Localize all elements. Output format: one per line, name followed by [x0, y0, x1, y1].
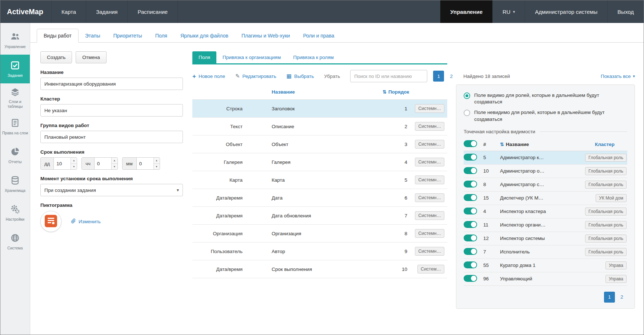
role-row[interactable]: 10 Администратор о… Глобальная роль	[464, 165, 627, 178]
field-row[interactable]: Объект Объект 3 Системн…	[192, 135, 447, 153]
cluster-input[interactable]	[40, 104, 183, 117]
top-nav-management[interactable]: Управление	[440, 0, 492, 23]
section-title-label: Точечная настройка видимости	[464, 129, 535, 134]
step-up-icon[interactable]: ▴	[154, 158, 160, 164]
settings-tab[interactable]: Этапы	[79, 29, 107, 42]
top-nav-item[interactable]: Задания	[86, 0, 128, 23]
top-nav-item[interactable]: Расписание	[128, 0, 178, 23]
step-down-icon[interactable]: ▾	[71, 164, 77, 170]
sidebar-item-tasks[interactable]: Задания	[0, 55, 30, 83]
role-row[interactable]: 7 Исполнитель Глобальная роль	[464, 245, 627, 259]
name-column-header[interactable]: Название	[254, 89, 382, 95]
field-row[interactable]: Дата/время Дата 6 Системн…	[192, 189, 447, 207]
role-visibility-toggle[interactable]	[464, 234, 477, 241]
role-row[interactable]: 96 Управляющий Управа	[464, 272, 627, 286]
cancel-button[interactable]: Отмена	[76, 51, 106, 63]
sidebar-item-layer-rights[interactable]: Права на слои	[0, 112, 30, 141]
choose-fields-button[interactable]: ▦ Выбрать	[287, 73, 314, 79]
show-all-dropdown[interactable]: Показать все ▾	[601, 74, 635, 79]
caret-down-icon: ▾	[177, 188, 179, 193]
page-button[interactable]: 2	[446, 71, 457, 82]
settings-tab[interactable]: Ярлыки для файлов	[174, 29, 235, 42]
sidebar-item-management[interactable]: Управление	[0, 26, 30, 55]
field-row[interactable]: Организация Организация 8 Системн…	[192, 225, 447, 243]
role-row[interactable]: 11 Инспектор органи… Глобальная роль	[464, 218, 627, 232]
radio-invisible-option[interactable]: Поле невидимо для ролей, которые в дальн…	[464, 109, 627, 122]
sidebar-item-storage[interactable]: Хранилища	[0, 170, 30, 198]
role-visibility-toggle[interactable]	[464, 154, 477, 161]
order-column-header[interactable]: ⇅ Порядок	[382, 89, 447, 95]
edit-field-button[interactable]: ✎ Редактировать	[235, 73, 276, 79]
id-column-header[interactable]: #	[483, 142, 500, 147]
role-name-column-header[interactable]: ⇅ Название	[500, 142, 583, 147]
page-button[interactable]: 2	[616, 292, 627, 303]
step-up-icon[interactable]: ▴	[112, 158, 117, 164]
settings-tab[interactable]: Плагины и Web-хуки	[235, 29, 296, 42]
field-row[interactable]: Галерея Галерея 4 Системн…	[192, 153, 447, 171]
page-button[interactable]: 1	[433, 71, 444, 82]
logout-button[interactable]: Выход	[607, 0, 644, 23]
role-row[interactable]: 12 Инспектор системы Глобальная роль	[464, 232, 627, 245]
field-row[interactable]: Строка Заголовок 1 Системн…	[192, 100, 447, 118]
role-visibility-toggle[interactable]	[464, 275, 477, 282]
settings-tab[interactable]: Приоритеты	[107, 29, 149, 42]
fields-subtab[interactable]: Привязка к ролям	[287, 51, 340, 63]
radio-visible-option[interactable]: Поле видимо для ролей, которые в дальней…	[464, 92, 627, 105]
master-visibility-toggle[interactable]	[464, 140, 477, 147]
fields-subtab[interactable]: Поля	[192, 51, 216, 63]
roles-table-body: 5 Администратор к… Глобальная роль 10 Ад…	[464, 151, 627, 286]
step-down-icon[interactable]: ▾	[112, 164, 117, 170]
remove-field-button[interactable]: Убрать	[324, 74, 340, 79]
field-type: Дата/время	[192, 195, 254, 201]
role-row[interactable]: 4 Инспектор кластера Глобальная роль	[464, 205, 627, 218]
deadline-moment-select[interactable]: При создании задания ▾	[40, 184, 183, 196]
role-visibility-toggle[interactable]	[464, 261, 477, 268]
sidebar-item-settings[interactable]: Настройки	[0, 198, 30, 227]
field-row[interactable]: Дата/время Срок выполнения 10 Систем…	[192, 260, 447, 278]
role-visibility-toggle[interactable]	[464, 248, 477, 255]
page-button[interactable]: 1	[604, 292, 615, 303]
name-input[interactable]	[40, 78, 183, 90]
field-row[interactable]: Пользователь Автор 9 Системн…	[192, 243, 447, 260]
new-field-button[interactable]: + Новое поле	[192, 73, 225, 79]
system-badge: Системн…	[415, 176, 444, 184]
change-pictogram-link[interactable]: Изменить	[71, 218, 101, 225]
sidebar-item-reports[interactable]: Отчеты	[0, 141, 30, 170]
pie-chart-icon	[10, 147, 20, 158]
cluster-column-header[interactable]: Кластер	[583, 142, 627, 147]
sidebar-item-layers[interactable]: Слои и таблицы	[0, 83, 30, 112]
role-row[interactable]: 55 Куратор дома 1 Управа	[464, 259, 627, 272]
days-input[interactable]	[54, 158, 71, 169]
system-badge: Системн…	[415, 193, 444, 202]
group-input[interactable]	[40, 131, 183, 143]
role-visibility-toggle[interactable]	[464, 167, 477, 174]
settings-tabs: Виды работ Этапы Приоритеты Поля Ярлыки …	[30, 23, 644, 43]
current-user-menu[interactable]: Администратор системы	[525, 0, 607, 23]
pictogram-preview[interactable]	[40, 211, 61, 232]
role-row[interactable]: 15 Диспетчер (УК М… УК Мой дом	[464, 192, 627, 205]
settings-tab[interactable]: Роли и права	[296, 29, 341, 42]
field-row[interactable]: Карта Карта 5 Системн…	[192, 171, 447, 189]
role-visibility-toggle[interactable]	[464, 181, 477, 188]
search-input[interactable]	[350, 70, 427, 82]
step-up-icon[interactable]: ▴	[71, 158, 77, 164]
role-visibility-toggle[interactable]	[464, 221, 477, 228]
role-visibility-toggle[interactable]	[464, 194, 477, 201]
create-button[interactable]: Создать	[40, 51, 72, 63]
hours-input[interactable]	[95, 158, 111, 169]
minutes-input[interactable]	[137, 158, 153, 169]
role-row[interactable]: 5 Администратор к… Глобальная роль	[464, 151, 627, 165]
field-order: 7	[382, 213, 407, 218]
settings-tab[interactable]: Поля	[149, 29, 174, 42]
settings-tab[interactable]: Виды работ	[37, 29, 79, 43]
role-row[interactable]: 8 Администратор с… Глобальная роль	[464, 178, 627, 192]
role-id: 7	[483, 249, 500, 255]
field-row[interactable]: Текст Описание 2 Системн…	[192, 118, 447, 135]
step-down-icon[interactable]: ▾	[154, 164, 160, 170]
field-row[interactable]: Дата/время Дата обновления 7 Системн…	[192, 207, 447, 225]
role-visibility-toggle[interactable]	[464, 208, 477, 214]
sidebar-item-system[interactable]: Система	[0, 227, 30, 256]
top-nav-item[interactable]: Карта	[52, 0, 86, 23]
fields-subtab[interactable]: Привязка к организациям	[216, 51, 287, 63]
language-selector[interactable]: RU ▾	[492, 0, 525, 23]
